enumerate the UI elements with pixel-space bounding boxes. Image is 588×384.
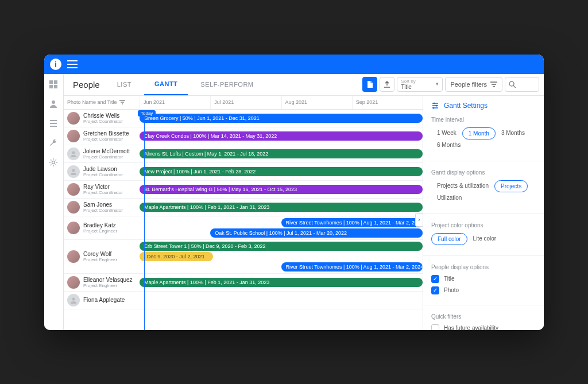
person-row: Bradley KatzProject EngineerRiver Street… (64, 216, 423, 240)
avatar (67, 294, 80, 307)
nav-settings-gear-icon[interactable] (49, 158, 59, 168)
svg-rect-2 (49, 85, 53, 88)
hamburger-menu-icon[interactable] (67, 60, 78, 68)
tab-gantt[interactable]: GANTT (144, 74, 188, 95)
bar-track: St. Bernard's Hospital Wing G | 50% | Ma… (140, 181, 423, 198)
option-photo[interactable]: Photo (431, 286, 536, 294)
person-info[interactable]: Sam JonesProject Coordinator (64, 199, 140, 216)
person-info[interactable]: Fiona Applegate (64, 292, 140, 309)
qf-future-availability[interactable]: Has future availability (431, 324, 536, 330)
left-nav-rail (44, 74, 64, 330)
sort-value: Title (401, 84, 431, 90)
gantt-rows: Today Chrissie WellsProject CoordinatorG… (64, 110, 423, 330)
person-row: Elleanor VelasquezProject EngineerMaple … (64, 274, 423, 292)
person-info[interactable]: Elleanor VelasquezProject Engineer (64, 274, 140, 291)
avatar (67, 183, 80, 196)
person-name: Sam Jones (83, 201, 123, 208)
svg-point-9 (509, 82, 514, 86)
display-options: Projects & utilizationProjectsUtilizatio… (431, 180, 536, 203)
person-name: Bradley Katz (83, 222, 117, 228)
avatar (67, 201, 80, 214)
svg-rect-0 (49, 80, 53, 84)
bar-track: Erb Street Tower 1 | 50% | Dec 9, 2020 -… (140, 240, 423, 273)
person-info[interactable]: Jude LawsonProject Coordinator (64, 163, 140, 180)
person-info[interactable]: Jolene McDermottProject Coordinator (64, 145, 140, 162)
avatar (67, 148, 80, 160)
interval-option[interactable]: 1 Week (431, 127, 462, 139)
main-panel: People LIST GANTT SELF-PERFORM Sort by T… (64, 74, 544, 330)
person-info[interactable]: Corey WolfProject Engineer (64, 240, 140, 273)
interval-options: 1 Week1 Month3 Months6 Months (431, 127, 536, 150)
gantt-bar[interactable]: Oak St. Public School | 100% | Jul 1, 20… (210, 228, 423, 238)
display-option[interactable]: Projects (494, 180, 528, 192)
person-role: Project Coordinator (83, 154, 130, 160)
month-header: Aug 2021 (281, 96, 352, 109)
interval-option[interactable]: 6 Months (431, 139, 466, 150)
checkbox-title[interactable] (431, 275, 439, 283)
gantt-area: Photo Name and Title Jun 2021 Jul 2021 A… (64, 96, 423, 330)
color-label: Project color options (431, 222, 536, 228)
export-button[interactable] (380, 77, 394, 92)
interval-label: Time interval (431, 117, 536, 123)
gantt-bar[interactable]: Clay Creek Condos | 100% | Mar 14, 2021 … (140, 131, 423, 141)
checkbox-photo[interactable] (431, 286, 439, 294)
person-row: Fiona Applegate (64, 292, 423, 309)
avatar (67, 250, 80, 263)
svg-rect-6 (50, 123, 57, 124)
svg-point-4 (52, 100, 55, 104)
page-title: People (68, 80, 105, 90)
gantt-bar[interactable]: Ahrens St. Lofts | Custom | May 1, 2021 … (140, 149, 423, 158)
search-icon (509, 81, 516, 88)
tab-self-perform[interactable]: SELF-PERFORM (190, 74, 264, 95)
bar-track: Clay Creek Condos | 100% | Mar 14, 2021 … (140, 127, 423, 145)
nav-dashboard-icon[interactable] (49, 80, 59, 90)
interval-option[interactable]: 3 Months (496, 127, 531, 139)
checkbox-future-availability[interactable] (431, 324, 439, 330)
nav-list-icon[interactable] (49, 119, 59, 129)
bar-track: Ahrens St. Lofts | Custom | May 1, 2021 … (140, 145, 423, 162)
color-option[interactable]: Full color (431, 233, 467, 245)
tab-list[interactable]: LIST (107, 74, 142, 95)
filter-icon (490, 82, 497, 87)
month-header: Jun 2021 (140, 96, 210, 109)
person-info[interactable]: Ray VictorProject Coordinator (64, 181, 140, 198)
gantt-bar[interactable]: Green Grocery | 50% | Jun 1, 2021 - Dec … (140, 114, 423, 123)
column-header-photo: Photo (64, 96, 82, 109)
option-title[interactable]: Title (431, 275, 536, 283)
today-pill: Today (138, 110, 156, 117)
person-name: Jolene McDermott (83, 148, 130, 154)
display-option[interactable]: Projects & utilization (431, 180, 494, 192)
column-header-name[interactable]: Name and Title (82, 96, 140, 109)
person-info[interactable]: Gretchen BissetteProject Coordinator (64, 127, 140, 145)
gantt-bar[interactable]: Maple Apartments | 100% | Feb 1, 2021 - … (140, 278, 423, 287)
gantt-bar[interactable]: St. Bernard's Hospital Wing G | 50% | Ma… (140, 185, 423, 194)
color-option[interactable]: Lite color (467, 233, 502, 245)
search-input[interactable] (505, 77, 539, 92)
people-filters-button[interactable]: People filters (445, 77, 502, 92)
bar-track: Maple Apartments | 100% | Feb 1, 2021 - … (140, 199, 423, 216)
nav-wrench-icon[interactable] (49, 138, 59, 149)
nav-people-icon[interactable] (49, 99, 59, 110)
person-row: Gretchen BissetteProject CoordinatorClay… (64, 127, 423, 145)
people-filters-label: People filters (450, 81, 487, 88)
app-logo-icon[interactable]: i (50, 59, 61, 70)
sort-dropdown[interactable]: Sort by Title (397, 77, 443, 92)
person-info[interactable]: Chrissie WellsProject Coordinator (64, 110, 140, 127)
display-option[interactable]: Utilization (431, 192, 467, 203)
gantt-bar[interactable]: Maple Apartments | 100% | Feb 1, 2021 - … (140, 203, 423, 212)
bar-track (140, 292, 423, 309)
new-item-button[interactable] (362, 77, 377, 92)
svg-rect-3 (54, 85, 57, 88)
person-name: Jude Lawson (83, 166, 123, 172)
gantt-bar[interactable]: River Street Townhomes | 100% | Aug 1, 2… (281, 218, 423, 227)
bar-track: Maple Apartments | 100% | Feb 1, 2021 - … (140, 274, 423, 291)
gantt-bar[interactable]: | Dec 9, 2020 - Jul 2, 2021 (140, 252, 213, 261)
settings-collapse-handle[interactable]: › (415, 213, 423, 227)
gantt-bar[interactable]: Erb Street Tower 1 | 50% | Dec 9, 2020 -… (140, 242, 423, 251)
person-info[interactable]: Bradley KatzProject Engineer (64, 216, 140, 239)
svg-point-13 (434, 102, 435, 104)
gantt-bar[interactable]: New Project | 100% | Jun 1, 2021 - Feb 2… (140, 167, 423, 176)
gantt-bar[interactable]: River Street Townhomes | 100% | Aug 1, 2… (281, 262, 423, 271)
interval-option[interactable]: 1 Month (462, 127, 496, 139)
settings-title: Gantt Settings (444, 102, 488, 110)
